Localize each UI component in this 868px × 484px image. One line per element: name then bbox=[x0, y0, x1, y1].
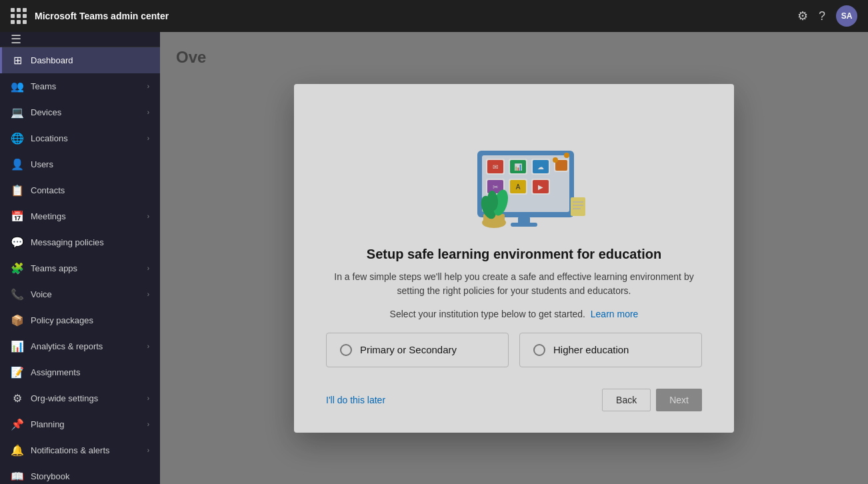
sidebar: ☰ ⊞ Dashboard 👥 Teams › 💻 Devices › 🌐 Lo… bbox=[0, 32, 160, 484]
modal-footer-actions: Back Next bbox=[602, 389, 702, 411]
analytics-icon: 📊 bbox=[11, 340, 24, 353]
option-primary-secondary-label: Primary or Secondary bbox=[360, 344, 457, 355]
dashboard-icon: ⊞ bbox=[11, 54, 24, 67]
sidebar-item-users[interactable]: 👤 Users bbox=[0, 151, 160, 177]
sidebar-item-planning[interactable]: 📌 Planning › bbox=[0, 411, 160, 437]
sidebar-item-messaging[interactable]: 💬 Messaging policies bbox=[0, 229, 160, 255]
sidebar-item-label: Locations bbox=[31, 133, 141, 143]
sidebar-item-label: Analytics & reports bbox=[31, 341, 141, 351]
help-icon[interactable]: ? bbox=[819, 9, 825, 23]
option-higher-education-label: Higher education bbox=[553, 344, 629, 355]
planning-icon: 📌 bbox=[11, 418, 24, 431]
modal-illustration: ✉ 📊 ☁ ✂ bbox=[326, 111, 702, 231]
sidebar-item-label: Org-wide settings bbox=[31, 393, 141, 403]
sidebar-item-dashboard[interactable]: ⊞ Dashboard bbox=[0, 47, 160, 73]
modal-dialog: ✉ 📊 ☁ ✂ bbox=[294, 84, 734, 433]
sidebar-item-policy-packages[interactable]: 📦 Policy packages bbox=[0, 307, 160, 333]
chevron-down-icon: › bbox=[147, 395, 149, 402]
sidebar-item-analytics[interactable]: 📊 Analytics & reports › bbox=[0, 333, 160, 359]
chevron-down-icon: › bbox=[147, 135, 149, 142]
sidebar-item-devices[interactable]: 💻 Devices › bbox=[0, 99, 160, 125]
sidebar-item-teams-apps[interactable]: 🧩 Teams apps › bbox=[0, 255, 160, 281]
topbar: Microsoft Teams admin center ⚙ ? SA bbox=[0, 0, 868, 32]
sidebar-item-contacts[interactable]: 📋 Contacts bbox=[0, 177, 160, 203]
sidebar-item-org-wide[interactable]: ⚙ Org-wide settings › bbox=[0, 385, 160, 411]
hamburger-icon[interactable]: ☰ bbox=[11, 32, 21, 47]
back-button[interactable]: Back bbox=[602, 389, 651, 411]
modal-description: In a few simple steps we'll help you cre… bbox=[326, 270, 702, 298]
svg-text:📊: 📊 bbox=[514, 163, 523, 171]
teams-apps-icon: 🧩 bbox=[11, 262, 24, 275]
notifications-icon: 🔔 bbox=[11, 444, 24, 457]
sidebar-item-label: Users bbox=[31, 159, 149, 169]
svg-text:A: A bbox=[516, 183, 521, 191]
svg-point-34 bbox=[564, 153, 569, 158]
sidebar-item-label: Messaging policies bbox=[31, 237, 149, 247]
modal-footer: I'll do this later Back Next bbox=[326, 389, 702, 411]
settings-icon[interactable]: ⚙ bbox=[797, 9, 808, 23]
skip-button[interactable]: I'll do this later bbox=[326, 395, 385, 405]
next-button[interactable]: Next bbox=[656, 389, 702, 411]
svg-text:☁: ☁ bbox=[537, 163, 544, 171]
contacts-icon: 📋 bbox=[11, 184, 24, 197]
sidebar-item-storybook[interactable]: 📖 Storybook bbox=[0, 463, 160, 484]
org-wide-icon: ⚙ bbox=[11, 392, 24, 405]
sidebar-item-assignments[interactable]: 📝 Assignments bbox=[0, 359, 160, 385]
svg-point-13 bbox=[553, 157, 558, 163]
option-higher-education[interactable]: Higher education bbox=[519, 333, 702, 367]
svg-text:▶: ▶ bbox=[538, 183, 543, 191]
sidebar-item-locations[interactable]: 🌐 Locations › bbox=[0, 125, 160, 151]
avatar[interactable]: SA bbox=[836, 5, 857, 27]
chevron-down-icon: › bbox=[147, 421, 149, 428]
svg-rect-30 bbox=[571, 197, 585, 216]
modal-title: Setup safe learning environment for educ… bbox=[326, 247, 702, 262]
chevron-down-icon: › bbox=[147, 109, 149, 116]
devices-icon: 💻 bbox=[11, 106, 24, 119]
assignments-icon: 📝 bbox=[11, 366, 24, 379]
chevron-down-icon: › bbox=[147, 213, 149, 220]
storybook-icon: 📖 bbox=[11, 470, 24, 483]
sidebar-item-label: Teams bbox=[31, 81, 141, 91]
chevron-down-icon: › bbox=[147, 291, 149, 298]
users-icon: 👤 bbox=[11, 158, 24, 171]
sidebar-item-voice[interactable]: 📞 Voice › bbox=[0, 281, 160, 307]
svg-text:✂: ✂ bbox=[493, 183, 498, 191]
messaging-icon: 💬 bbox=[11, 236, 24, 249]
sidebar-item-label: Notifications & alerts bbox=[31, 445, 141, 455]
option-primary-secondary[interactable]: Primary or Secondary bbox=[326, 333, 509, 367]
app-title: Microsoft Teams admin center bbox=[35, 11, 797, 21]
sidebar-item-label: Storybook bbox=[31, 471, 149, 481]
teams-icon: 👥 bbox=[11, 80, 24, 93]
sidebar-item-label: Policy packages bbox=[31, 315, 149, 325]
chevron-down-icon: › bbox=[147, 83, 149, 90]
sidebar-item-label: Meetings bbox=[31, 211, 141, 221]
sidebar-header: ☰ bbox=[0, 32, 160, 47]
modal-options: Primary or Secondary Higher education bbox=[326, 333, 702, 367]
sidebar-item-meetings[interactable]: 📅 Meetings › bbox=[0, 203, 160, 229]
content-area: Ove ✉ 📊 bbox=[160, 32, 868, 484]
sidebar-item-label: Devices bbox=[31, 107, 141, 117]
app-grid-icon[interactable] bbox=[11, 8, 27, 24]
svg-text:✉: ✉ bbox=[493, 163, 498, 171]
learn-more-link[interactable]: Learn more bbox=[591, 309, 639, 319]
sidebar-item-label: Assignments bbox=[31, 367, 149, 377]
chevron-down-icon: › bbox=[147, 343, 149, 350]
meetings-icon: 📅 bbox=[11, 210, 24, 223]
topbar-icons: ⚙ ? SA bbox=[797, 5, 857, 27]
chevron-down-icon: › bbox=[147, 265, 149, 272]
sidebar-item-label: Planning bbox=[31, 419, 141, 429]
modal-overlay: ✉ 📊 ☁ ✂ bbox=[160, 32, 868, 484]
voice-icon: 📞 bbox=[11, 288, 24, 301]
locations-icon: 🌐 bbox=[11, 132, 24, 145]
sidebar-item-label: Dashboard bbox=[31, 55, 149, 65]
svg-rect-24 bbox=[511, 223, 537, 227]
modal-select-text: Select your institution type below to ge… bbox=[326, 309, 702, 319]
sidebar-item-label: Voice bbox=[31, 289, 141, 299]
radio-primary-secondary[interactable] bbox=[340, 344, 352, 356]
radio-higher-education[interactable] bbox=[533, 344, 545, 356]
sidebar-item-teams[interactable]: 👥 Teams › bbox=[0, 73, 160, 99]
sidebar-item-notifications[interactable]: 🔔 Notifications & alerts › bbox=[0, 437, 160, 463]
sidebar-item-label: Contacts bbox=[31, 185, 149, 195]
sidebar-item-label: Teams apps bbox=[31, 263, 141, 273]
chevron-down-icon: › bbox=[147, 447, 149, 454]
